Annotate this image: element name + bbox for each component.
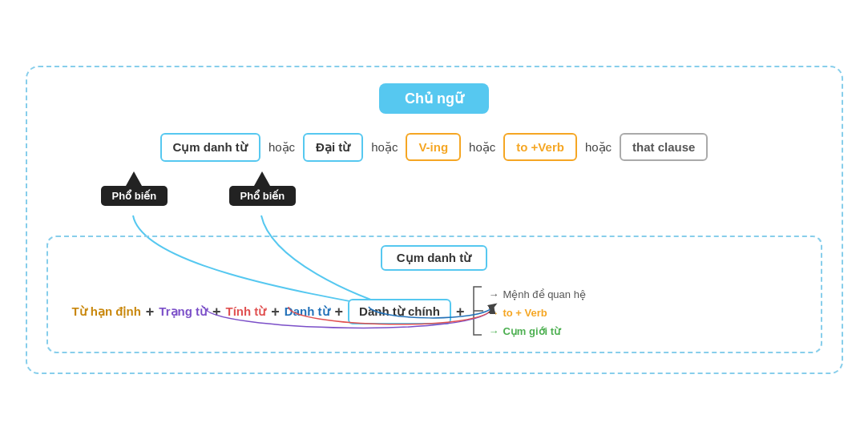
hoac-4: hoặc	[585, 140, 612, 155]
top-area: Cụm danh từ hoặc Đại từ hoặc V-ing hoặc …	[46, 133, 822, 228]
arrow-2: →	[488, 307, 499, 319]
arrow-3: →	[488, 325, 499, 337]
option-ving: V-ing	[406, 133, 461, 161]
annotation-label-2: to + Verb	[503, 307, 547, 319]
annotation-label-1: Mệnh đề quan hệ	[503, 288, 586, 300]
bottom-cum-danh-tu: Cụm danh từ	[381, 245, 487, 271]
title-label: Chủ ngữ	[379, 83, 489, 114]
bottom-section: Cụm danh từ Từ hạn định + Trạng từ + Tín…	[46, 236, 822, 353]
term-tinh-tu: Tính từ	[226, 304, 267, 319]
arrow-1: →	[488, 288, 499, 300]
option-that-clause: that clause	[620, 133, 708, 161]
formula-row: Từ hạn định + Trạng từ + Tính từ + Danh …	[64, 287, 805, 337]
plus-1: +	[146, 304, 155, 320]
term-trang-tu: Trạng từ	[159, 304, 208, 319]
title-box: Chủ ngữ	[46, 83, 822, 114]
term-danh-tu: Danh từ	[285, 304, 330, 319]
option-cum-danh-tu: Cụm danh từ	[160, 133, 260, 162]
annotation-3: → Cụm giới từ	[488, 325, 586, 337]
pho-bien-1: Phổ biến	[101, 186, 168, 206]
option-to-verb: to +Verb	[503, 133, 577, 161]
plus-3: +	[271, 304, 280, 320]
bottom-title-area: Cụm danh từ	[64, 245, 805, 271]
pho-bien-2: Phổ biến	[229, 186, 297, 206]
options-row: Cụm danh từ hoặc Đại từ hoặc V-ing hoặc …	[46, 133, 822, 162]
term-danh-tu-chinh: Danh từ chính	[348, 299, 451, 324]
annotation-2: → to + Verb	[488, 307, 586, 319]
annotations-container: → Mệnh đề quan hệ → to + Verb → Cụm giới…	[472, 287, 586, 337]
main-container: Chủ ngữ Cụm danh từ hoặc Đại từ hoặc V-i…	[26, 66, 843, 374]
bracket-svg	[470, 283, 485, 339]
hoac-2: hoặc	[371, 140, 398, 155]
plus-5: +	[456, 304, 465, 320]
term-tu-han-dinh: Từ hạn định	[72, 304, 141, 319]
hoac-3: hoặc	[469, 140, 495, 155]
annotation-label-3: Cụm giới từ	[503, 325, 560, 337]
option-dai-tu: Đại từ	[303, 133, 363, 162]
annotation-1: → Mệnh đề quan hệ	[488, 288, 586, 300]
hoac-1: hoặc	[268, 140, 295, 155]
plus-4: +	[335, 304, 344, 320]
plus-2: +	[212, 304, 221, 320]
